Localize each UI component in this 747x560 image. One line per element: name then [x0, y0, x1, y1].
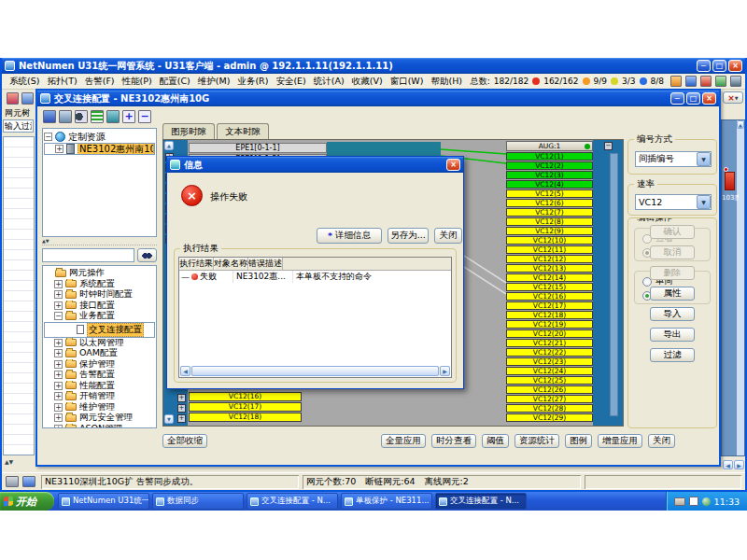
expander-icon[interactable]	[54, 349, 63, 357]
menu-item[interactable]: 配置(C)	[156, 75, 194, 89]
expand-box-icon[interactable]	[177, 394, 186, 402]
tree-item[interactable]: 保护管理	[44, 359, 155, 371]
tree-item[interactable]: 维护管理	[44, 402, 155, 413]
menu-item[interactable]: 统计(A)	[310, 75, 348, 89]
dropdown-icon[interactable]: ▼	[697, 152, 711, 166]
dialog-close-button[interactable]: ×	[446, 159, 460, 171]
vc12-slot-cell[interactable]: VC12(18)	[506, 311, 593, 319]
tree-item[interactable]: 时钟时间配置	[44, 289, 155, 301]
tree-item[interactable]: 网元操作	[44, 268, 155, 279]
vc12-slot-cell[interactable]: VC12(2)	[506, 161, 593, 170]
rate-select[interactable]: VC12 ▼	[635, 194, 712, 210]
expand-box-icon[interactable]	[177, 404, 186, 413]
tree-item[interactable]: OAM配置	[44, 348, 155, 359]
ne-list[interactable]	[3, 136, 35, 455]
column-header[interactable]: 执行结果	[179, 258, 214, 270]
vc12-slot-cell[interactable]: VC12(17)	[506, 301, 593, 310]
expander-icon[interactable]	[54, 312, 63, 320]
vc12-slot-cell[interactable]: VC12(3)	[506, 171, 593, 179]
panel-button[interactable]: 删除	[650, 266, 695, 280]
scroll-right-icon[interactable]: ▶	[440, 366, 450, 376]
volume-icon[interactable]	[702, 497, 711, 506]
vc12-slot-cell[interactable]: VC12(10)	[506, 236, 593, 245]
slot-cell[interactable]: EPE1[0-1-1]	[189, 143, 327, 153]
ime-icon[interactable]	[689, 497, 698, 506]
ne-filter-input[interactable]	[3, 119, 34, 133]
details-button[interactable]: * 详细信息	[317, 228, 382, 244]
task-button[interactable]: NetNumen U31统一...	[58, 493, 149, 510]
shelf-scrollbar[interactable]: ▲	[737, 120, 744, 455]
vc12-slot-cell[interactable]: VC12(4)	[506, 180, 593, 189]
vc12-slot-cell[interactable]: VC12(17)	[189, 402, 302, 412]
tree-item[interactable]: 系统配置	[44, 279, 155, 290]
message-status-icon[interactable]	[22, 476, 35, 487]
tab[interactable]: 图形时隙	[162, 123, 215, 140]
tree-item[interactable]: 交叉连接配置	[44, 322, 155, 338]
vc12-slot-cell[interactable]: VC12(26)	[506, 385, 593, 394]
vc12-slot-cell[interactable]: VC12(7)	[506, 208, 593, 217]
minimize-button[interactable]: ─	[697, 60, 711, 72]
vc12-slot-cell[interactable]: VC12(13)	[506, 264, 593, 273]
expander-icon[interactable]	[54, 339, 63, 347]
scroll-left-icon[interactable]: ◀	[723, 460, 733, 469]
horizontal-scrollbar[interactable]: ◀ ▶	[180, 366, 450, 376]
column-header[interactable]: 对象名称	[214, 258, 248, 270]
menu-item[interactable]: 系统(S)	[6, 75, 43, 89]
menu-item[interactable]: 收藏(V)	[348, 75, 387, 89]
tree-search-input[interactable]	[42, 248, 134, 262]
scrollbar-thumb[interactable]	[191, 366, 439, 376]
vc12-slot-cell[interactable]: VC12(20)	[506, 329, 593, 338]
tree-item[interactable]: ASON管理	[44, 424, 155, 429]
expander-icon[interactable]	[54, 290, 63, 299]
expander-icon[interactable]	[54, 382, 63, 390]
save-icon[interactable]	[43, 110, 56, 123]
tree-item[interactable]: 网元安全管理	[44, 413, 155, 424]
expander-icon[interactable]	[54, 371, 63, 379]
tree-item[interactable]: 定制资源	[44, 131, 155, 143]
vc12-slot-cell[interactable]: VC12(27)	[506, 395, 593, 403]
collapse-box-icon[interactable]	[604, 142, 613, 150]
vc12-slot-cell[interactable]: VC12(16)	[189, 392, 302, 401]
action-button[interactable]: 图例	[565, 434, 592, 448]
tree-splitter[interactable]: ▲▼	[42, 238, 157, 245]
vc12-slot-cell[interactable]: VC12(28)	[506, 404, 593, 413]
expander-icon[interactable]	[44, 133, 52, 141]
tree-item[interactable]: 告警配置	[44, 370, 155, 381]
menu-item[interactable]: 性能(P)	[119, 75, 156, 89]
menu-item[interactable]: 维护(M)	[194, 75, 234, 89]
vc12-slot-cell[interactable]: VC12(12)	[506, 255, 593, 263]
grid-icon[interactable]	[715, 76, 726, 87]
dialog-close-action-button[interactable]: 关闭	[434, 228, 462, 244]
zoom-out-icon[interactable]: −	[138, 110, 151, 123]
numbering-select[interactable]: 间插编号 ▼	[635, 151, 712, 167]
link-status-icon[interactable]	[6, 476, 19, 487]
tree-item[interactable]: NE3102惠州南10G	[44, 143, 155, 155]
child-minimize-button[interactable]: ─	[670, 92, 684, 105]
expander-icon[interactable]	[54, 392, 63, 400]
topology-icon[interactable]	[21, 92, 34, 105]
close-button[interactable]: ×	[728, 60, 742, 72]
menu-item[interactable]: 拓扑(T)	[43, 75, 80, 89]
action-button[interactable]: 阈值	[482, 434, 509, 448]
vc12-slot-cell[interactable]: VC12(25)	[506, 376, 593, 385]
tree-item[interactable]: 开销管理	[44, 391, 155, 402]
expander-icon[interactable]	[54, 425, 63, 428]
user-session-icon[interactable]	[7, 92, 19, 105]
panel-button[interactable]: 导入	[650, 307, 695, 321]
menu-item[interactable]: 窗口(W)	[387, 75, 428, 89]
aug-header[interactable]: AUG:1	[506, 141, 593, 151]
child-close-button[interactable]: ×	[702, 92, 716, 105]
child-maximize-button[interactable]: □	[686, 92, 700, 105]
vc12-slot-cell[interactable]: VC12(6)	[506, 199, 593, 207]
vc12-slot-cell[interactable]: VC12(15)	[506, 283, 593, 291]
scroll-up-icon[interactable]: ▲	[737, 120, 744, 129]
expand-box-icon[interactable]	[177, 414, 186, 423]
save-as-button[interactable]: 另存为...	[388, 228, 429, 244]
chart-icon[interactable]	[685, 76, 697, 87]
legend-icon[interactable]	[91, 110, 104, 123]
scroll-down-icon[interactable]: ▼	[164, 414, 174, 424]
print-icon[interactable]	[59, 110, 72, 123]
tree-item[interactable]: 接口配置	[44, 301, 155, 312]
expander-icon[interactable]	[55, 145, 63, 153]
slot-scrollbar[interactable]	[610, 153, 618, 416]
